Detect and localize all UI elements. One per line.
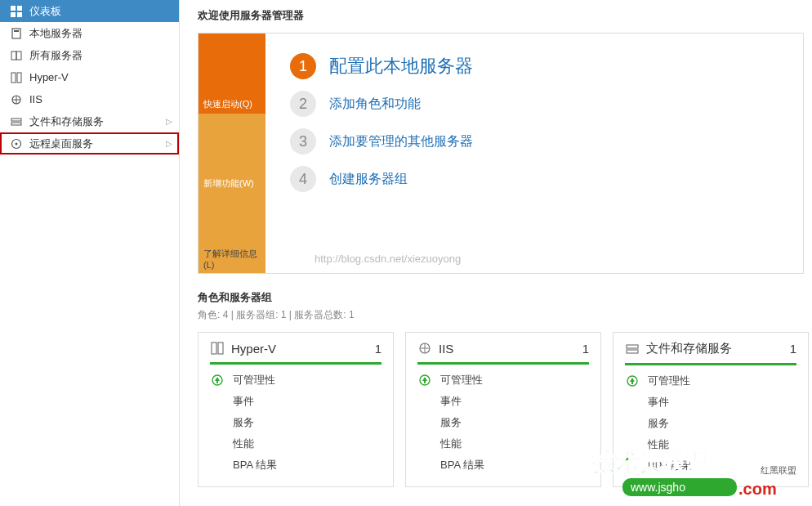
welcome-steps: 1 配置此本地服务器 2 添加角色和功能 3 添加要管理的其他服务器 4 创建服…	[265, 34, 803, 273]
svg-rect-16	[218, 343, 223, 354]
servers-icon	[10, 49, 23, 62]
step-4[interactable]: 4 创建服务器组	[290, 166, 779, 192]
tile-row-services[interactable]: 服务	[417, 415, 589, 430]
tile-header: IIS 1	[417, 341, 589, 365]
tile-row-label: 事件	[233, 394, 254, 409]
sidebar-item-label: 文件和存储服务	[29, 114, 104, 129]
svg-rect-21	[627, 350, 638, 353]
whats-new-label: 新增功能(W)	[203, 177, 254, 190]
sidebar-item-remote-desktop[interactable]: 远程桌面服务 ▷	[0, 132, 179, 154]
sidebar-item-label: Hyper-V	[29, 71, 69, 83]
svg-rect-3	[17, 12, 22, 17]
tile-name: 文件和存储服务	[646, 341, 732, 356]
page-title: 欢迎使用服务器管理器	[198, 8, 812, 23]
tile-row-events[interactable]: 事件	[210, 394, 381, 409]
iis-icon	[10, 93, 23, 106]
svg-rect-11	[11, 119, 21, 121]
watermark-url: http://blog.csdn.net/xiezuoyong	[290, 253, 779, 265]
tile-row-performance[interactable]: 性能	[625, 437, 796, 452]
sidebar-item-label: IIS	[29, 93, 42, 105]
tile-row-label: BPA 结果	[648, 459, 692, 473]
remote-desktop-icon	[10, 137, 23, 150]
learn-more-label: 了解详细信息(L)	[203, 248, 261, 270]
tile-row-label: 事件	[648, 395, 669, 410]
tile-row-label: 服务	[648, 416, 669, 431]
svg-rect-8	[11, 73, 16, 83]
sidebar-item-file-storage[interactable]: 文件和存储服务 ▷	[0, 110, 179, 132]
tile-row-label: BPA 结果	[440, 458, 484, 472]
chevron-right-icon: ▷	[166, 117, 172, 126]
sidebar-item-label: 本地服务器	[29, 26, 83, 41]
tile-iis[interactable]: IIS 1 可管理性 事件 服务 性能 BPA 结果	[405, 332, 601, 487]
tile-header: 文件和存储服务 1	[625, 341, 796, 365]
sidebar-item-iis[interactable]: IIS	[0, 88, 179, 110]
hyperv-icon	[210, 341, 225, 356]
tile-row-performance[interactable]: 性能	[417, 437, 589, 451]
svg-rect-7	[16, 51, 21, 60]
whats-new-tab[interactable]: 新增功能(W)	[199, 114, 265, 194]
tile-row-services[interactable]: 服务	[625, 416, 796, 431]
tile-count: 1	[375, 342, 381, 356]
svg-rect-15	[212, 343, 216, 354]
sidebar-item-local-server[interactable]: 本地服务器	[0, 22, 179, 44]
step-number: 4	[290, 166, 316, 192]
tile-hyperv[interactable]: Hyper-V 1 可管理性 事件 服务 性能 BPA 结果	[198, 332, 394, 487]
svg-rect-9	[17, 73, 21, 83]
tile-row-manageability[interactable]: 可管理性	[210, 373, 381, 387]
svg-rect-4	[12, 29, 20, 38]
tile-row-manageability[interactable]: 可管理性	[417, 373, 589, 387]
tile-row-performance[interactable]: 性能	[210, 437, 381, 451]
svg-rect-5	[14, 30, 19, 32]
tile-row-events[interactable]: 事件	[625, 395, 796, 410]
tile-row-label: 性能	[440, 437, 462, 451]
storage-icon	[10, 115, 23, 128]
tile-row-bpa[interactable]: BPA 结果	[417, 458, 589, 472]
sidebar-item-dashboard[interactable]: 仪表板	[0, 0, 179, 22]
step-2[interactable]: 2 添加角色和功能	[290, 91, 779, 117]
tile-file-storage[interactable]: 文件和存储服务 1 可管理性 事件 服务 性能 BPA 结果	[613, 332, 809, 487]
iis-icon	[417, 341, 432, 356]
sidebar-item-label: 远程桌面服务	[29, 137, 93, 151]
tile-row-manageability[interactable]: 可管理性	[625, 374, 796, 388]
tile-count: 1	[790, 342, 796, 356]
tile-row-label: 可管理性	[440, 373, 483, 387]
svg-point-14	[16, 142, 18, 145]
tile-name: IIS	[439, 342, 453, 356]
tile-row-label: 性能	[233, 437, 254, 451]
step-3[interactable]: 3 添加要管理的其他服务器	[290, 128, 779, 154]
quick-start-label: 快速启动(Q)	[203, 98, 252, 110]
step-number: 2	[290, 91, 316, 117]
tile-count: 1	[582, 342, 589, 356]
svg-rect-12	[11, 123, 21, 125]
arrow-up-icon	[417, 373, 432, 387]
sidebar-item-hyperv[interactable]: Hyper-V	[0, 66, 179, 88]
tile-row-label: 事件	[440, 394, 462, 409]
svg-rect-2	[11, 12, 16, 17]
role-tiles: Hyper-V 1 可管理性 事件 服务 性能 BPA 结果	[198, 332, 812, 487]
tile-row-label: 可管理性	[233, 373, 275, 387]
tile-row-bpa[interactable]: BPA 结果	[625, 459, 796, 473]
tile-row-label: 可管理性	[648, 374, 690, 388]
tile-row-bpa[interactable]: BPA 结果	[210, 458, 381, 472]
svg-rect-20	[627, 345, 638, 348]
tile-row-services[interactable]: 服务	[210, 415, 381, 430]
welcome-left-tabs: 快速启动(Q) 新增功能(W) 了解详细信息(L)	[199, 34, 265, 273]
svg-rect-0	[11, 6, 16, 11]
main-content: 欢迎使用服务器管理器 快速启动(Q) 新增功能(W) 了解详细信息(L) 1 配…	[180, 0, 812, 506]
learn-more-tab[interactable]: 了解详细信息(L)	[199, 193, 265, 273]
arrow-up-icon	[625, 374, 640, 388]
sidebar: 仪表板 本地服务器 所有服务器 Hyper-V IIS	[0, 0, 180, 506]
sidebar-item-all-servers[interactable]: 所有服务器	[0, 44, 179, 66]
step-1[interactable]: 1 配置此本地服务器	[290, 53, 779, 79]
arrow-up-icon	[210, 373, 225, 387]
tile-row-events[interactable]: 事件	[417, 394, 589, 409]
step-text: 创建服务器组	[329, 171, 408, 188]
chevron-right-icon: ▷	[166, 139, 172, 148]
tile-name: Hyper-V	[231, 342, 276, 356]
quick-start-tab[interactable]: 快速启动(Q)	[199, 34, 265, 114]
roles-section-title: 角色和服务器组	[198, 290, 812, 305]
server-icon	[10, 27, 23, 40]
tile-row-label: 服务	[233, 415, 254, 430]
storage-icon	[625, 342, 640, 356]
step-number: 3	[290, 128, 316, 154]
